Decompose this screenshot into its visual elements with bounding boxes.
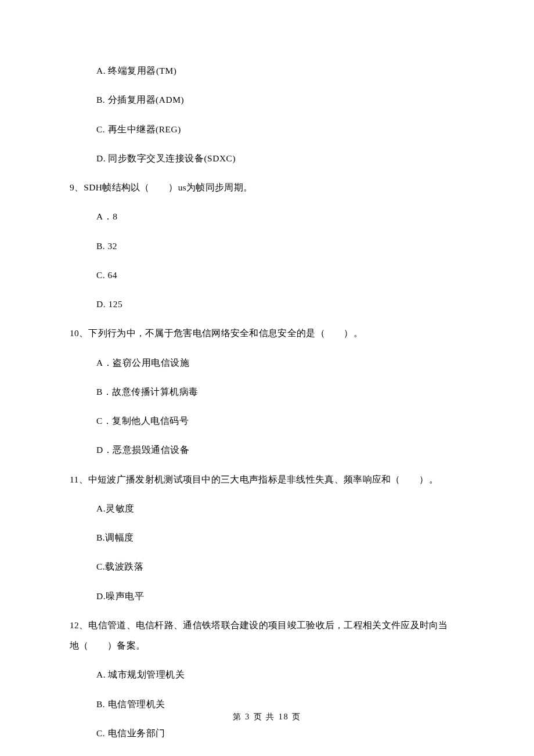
q9-option-c: C. 64 xyxy=(70,268,464,282)
page-footer: 第 3 页 共 18 页 xyxy=(0,712,534,722)
q9-option-d: D. 125 xyxy=(70,297,464,311)
q10-option-b: B．故意传播计算机病毒 xyxy=(70,385,464,398)
q10-option-c: C．复制他人电信码号 xyxy=(70,414,464,427)
q11-option-c: C.载波跌落 xyxy=(70,560,464,573)
q9-stem: 9、SDH帧结构以（ ）us为帧同步周期。 xyxy=(70,181,464,194)
q9-option-a: A．8 xyxy=(70,210,464,223)
q12-option-b: B. 电信管理机关 xyxy=(70,697,464,711)
q12-stem-line1: 12、电信管道、电信杆路、通信铁塔联合建设的项目竣工验收后，工程相关文件应及时向… xyxy=(70,618,464,632)
q8-option-a: A. 终端复用器(TM) xyxy=(70,64,464,77)
page-content: A. 终端复用器(TM) B. 分插复用器(ADM) C. 再生中继器(REG)… xyxy=(0,0,534,756)
q12-option-c: C. 电信业务部门 xyxy=(70,726,464,740)
q8-option-d: D. 同步数字交叉连接设备(SDXC) xyxy=(70,152,464,165)
q12-option-a: A. 城市规划管理机关 xyxy=(70,668,464,681)
q10-option-a: A．盗窃公用电信设施 xyxy=(70,356,464,369)
q11-stem: 11、中短波广播发射机测试项目中的三大电声指标是非线性失真、频率响应和（ ）。 xyxy=(70,473,464,486)
q11-option-d: D.噪声电平 xyxy=(70,589,464,603)
q8-option-b: B. 分插复用器(ADM) xyxy=(70,93,464,106)
q11-option-a: A.灵敏度 xyxy=(70,502,464,515)
q10-option-d: D．恶意损毁通信设备 xyxy=(70,443,464,456)
q12-stem-line2: 地（ ）备案。 xyxy=(70,639,464,652)
q11-option-b: B.调幅度 xyxy=(70,531,464,544)
q9-option-b: B. 32 xyxy=(70,239,464,253)
q10-stem: 10、下列行为中，不属于危害电信网络安全和信息安全的是（ ）。 xyxy=(70,326,464,340)
q8-option-c: C. 再生中继器(REG) xyxy=(70,123,464,136)
